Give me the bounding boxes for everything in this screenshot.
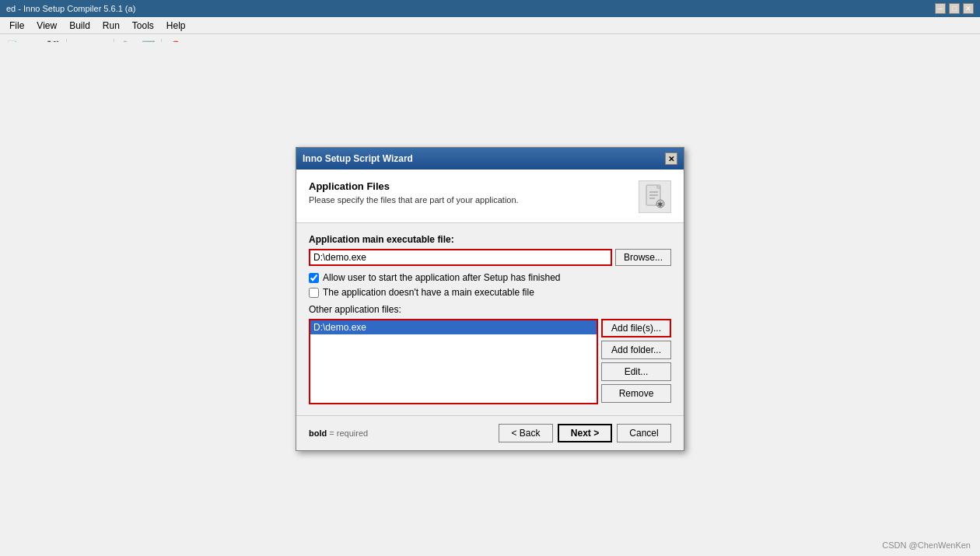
dialog-header-text: Application Files Please specify the fil… — [309, 180, 639, 205]
edit-button[interactable]: Edit... — [601, 362, 671, 381]
next-button[interactable]: Next > — [558, 424, 612, 442]
files-listbox[interactable]: D:\demo.exe — [309, 319, 598, 404]
no-exe-label: The application doesn't have a main exec… — [323, 287, 534, 298]
menu-bar: File View Build Run Tools Help — [0, 17, 980, 34]
watermark: CSDN @ChenWenKen — [882, 540, 971, 550]
allow-start-checkbox[interactable] — [309, 273, 319, 283]
main-exe-input[interactable] — [309, 249, 612, 266]
allow-start-label: Allow user to start the application afte… — [323, 272, 561, 283]
remove-button[interactable]: Remove — [601, 384, 671, 403]
maximize-button[interactable]: □ — [949, 3, 960, 14]
browse-button[interactable]: Browse... — [615, 249, 671, 266]
other-files-label: Other application files: — [309, 304, 671, 315]
ide-background: ed - Inno Setup Compiler 5.6.1 (a) ─ □ ✕… — [0, 0, 980, 556]
menu-build[interactable]: Build — [63, 19, 96, 33]
back-button[interactable]: < Back — [499, 424, 553, 442]
minimize-button[interactable]: ─ — [935, 3, 946, 14]
menu-file[interactable]: File — [3, 19, 30, 33]
wizard-dialog: Inno Setup Script Wizard ✕ Application F… — [296, 147, 684, 451]
files-listbox-empty — [310, 334, 597, 389]
dialog-header-title: Application Files — [309, 180, 639, 192]
files-list-area: D:\demo.exe — [309, 319, 598, 404]
svg-text:✱: ✱ — [657, 201, 663, 208]
footer-buttons: < Back Next > Cancel — [499, 424, 671, 442]
dialog-overlay: Inno Setup Script Wizard ✕ Application F… — [0, 42, 980, 556]
dialog-close-button[interactable]: ✕ — [665, 152, 677, 165]
files-listbox-item[interactable]: D:\demo.exe — [310, 320, 597, 334]
no-exe-checkbox[interactable] — [309, 288, 319, 298]
add-files-button[interactable]: Add file(s)... — [601, 319, 671, 337]
add-folder-button[interactable]: Add folder... — [601, 341, 671, 359]
title-bar: ed - Inno Setup Compiler 5.6.1 (a) ─ □ ✕ — [0, 0, 980, 17]
dialog-header: Application Files Please specify the fil… — [296, 170, 684, 223]
title-bar-buttons: ─ □ ✕ — [935, 3, 974, 14]
footer-hint: bold = required — [309, 428, 368, 438]
dialog-header-icon: ✱ — [639, 180, 671, 213]
cancel-button[interactable]: Cancel — [617, 424, 671, 442]
files-buttons: Add file(s)... Add folder... Edit... Rem… — [601, 319, 671, 404]
main-exe-label: Application main executable file: — [309, 234, 671, 245]
main-exe-row: Browse... — [309, 249, 671, 266]
close-button[interactable]: ✕ — [963, 3, 974, 14]
menu-tools[interactable]: Tools — [126, 19, 160, 33]
dialog-title-text: Inno Setup Script Wizard — [303, 153, 413, 164]
menu-help[interactable]: Help — [160, 19, 192, 33]
menu-run[interactable]: Run — [96, 19, 126, 33]
ide-content: Inno Setup Script Wizard ✕ Application F… — [0, 42, 980, 556]
checkbox-allow-start-row: Allow user to start the application afte… — [309, 272, 671, 283]
files-area: D:\demo.exe Add file(s)... Add folder...… — [309, 319, 671, 404]
menu-view[interactable]: View — [30, 19, 63, 33]
dialog-header-subtitle: Please specify the files that are part o… — [309, 195, 639, 205]
checkbox-no-exe-row: The application doesn't have a main exec… — [309, 287, 671, 298]
dialog-footer: bold = required < Back Next > Cancel — [296, 415, 684, 450]
dialog-body: Application main executable file: Browse… — [296, 223, 684, 415]
dialog-title-bar: Inno Setup Script Wizard ✕ — [296, 148, 684, 170]
title-bar-text: ed - Inno Setup Compiler 5.6.1 (a) — [6, 4, 135, 13]
